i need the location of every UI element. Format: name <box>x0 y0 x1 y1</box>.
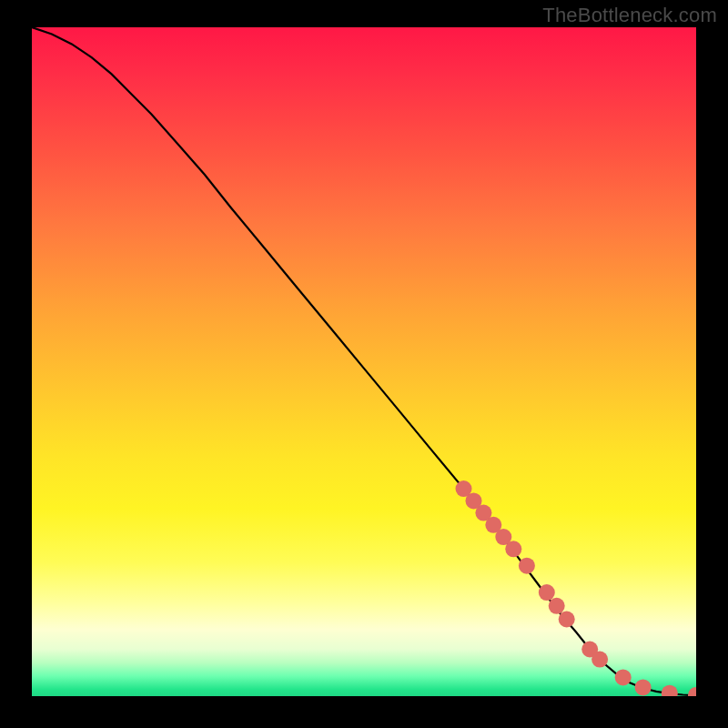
highlight-point <box>505 541 521 557</box>
curve-series <box>32 27 696 695</box>
chart-stage: TheBottleneck.com <box>0 0 728 728</box>
highlight-point <box>688 687 696 696</box>
highlight-point <box>635 679 652 695</box>
highlight-point <box>662 685 678 696</box>
highlight-point <box>539 584 555 601</box>
highlight-point <box>615 669 632 685</box>
curve-path <box>32 27 696 695</box>
chart-svg <box>32 27 696 696</box>
watermark-text: TheBottleneck.com <box>542 4 717 27</box>
highlight-point <box>549 598 565 614</box>
highlight-points <box>456 480 697 696</box>
plot-area <box>32 27 696 696</box>
highlight-point <box>519 558 535 574</box>
highlight-point <box>592 652 608 668</box>
highlight-point <box>559 612 575 628</box>
